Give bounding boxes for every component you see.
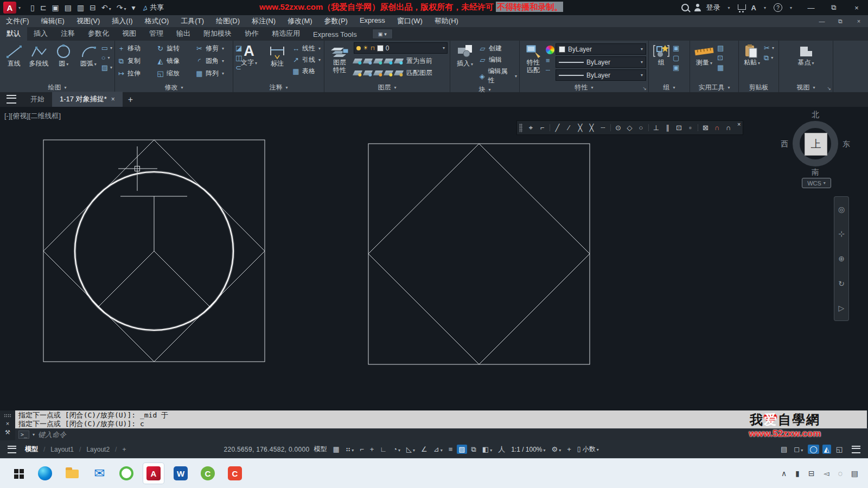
view-cube[interactable]: 上 北 西 东 南 xyxy=(783,111,848,176)
model-space-button[interactable]: 模型 xyxy=(314,445,327,454)
leader-button[interactable]: ↗引线 xyxy=(292,55,321,65)
linear-dim-button[interactable]: ↔线性 xyxy=(292,44,321,53)
ungroup-icon[interactable]: ▣ xyxy=(673,44,679,52)
drawing-tab[interactable]: 1-17 对象捕捉* × xyxy=(52,92,123,107)
close-tab-icon[interactable]: × xyxy=(111,95,115,103)
pan-icon[interactable]: ⊹ xyxy=(838,229,845,238)
autodesk-app-icon[interactable]: A xyxy=(751,4,756,12)
tray-speaker-icon[interactable]: ◅ xyxy=(824,469,829,478)
dynamic-input-icon[interactable]: + xyxy=(368,445,376,454)
layout1-tab[interactable]: Layout1 xyxy=(49,446,75,453)
annotation-scale-button[interactable]: 1:1 / 100% xyxy=(511,446,545,453)
taskbar-mail[interactable]: ✉ xyxy=(89,463,110,484)
copy-button[interactable]: ⧉复制 xyxy=(117,56,156,66)
ribbon-tab[interactable]: Express Tools xyxy=(307,28,363,41)
mirror-button[interactable]: ◭镜像 xyxy=(156,56,195,66)
snap-off-icon[interactable]: ∩ xyxy=(711,124,723,131)
ellipse-tool-icon[interactable]: ○ xyxy=(101,54,112,61)
paste-button[interactable]: 粘贴 xyxy=(741,42,763,82)
ribbon-tab[interactable]: 附加模块 xyxy=(197,27,238,41)
share-button[interactable]: ⊿ 共享 xyxy=(142,3,164,12)
wcs-dropdown[interactable]: WCS▾ xyxy=(802,178,831,188)
osnap-settings-icon[interactable]: ∩ xyxy=(723,124,734,131)
linetype-select[interactable]: ByLayer ▾ xyxy=(556,69,646,81)
modify-panel-footer[interactable]: 修改 xyxy=(115,82,233,92)
text-button[interactable]: A 文字 xyxy=(235,42,263,82)
menu-item[interactable]: 工具(T) xyxy=(175,16,210,26)
show-motion-icon[interactable]: ▷ xyxy=(839,304,845,312)
osnap-tracking-icon[interactable]: ∠ xyxy=(419,445,429,454)
units-button[interactable]: ▯ 小数 xyxy=(577,445,599,454)
windows-start-button[interactable] xyxy=(14,469,18,473)
linetype-list-icon[interactable]: ┄ xyxy=(546,67,554,74)
rotate-button[interactable]: ↻旋转 xyxy=(156,44,195,53)
autodesk-caret-icon[interactable]: ▾ xyxy=(764,5,766,10)
perpendicular-snap-icon[interactable]: ⊥ xyxy=(648,124,662,131)
measure-button[interactable]: 测量 xyxy=(692,42,716,82)
hatch-tool-icon[interactable]: ▨ xyxy=(101,64,112,71)
layer-properties-button[interactable]: 图层 特性 xyxy=(327,42,353,82)
status-menu-icon[interactable] xyxy=(8,446,16,453)
ribbon-tab[interactable]: 默认 xyxy=(0,27,27,41)
new-drawing-tab-button[interactable]: + xyxy=(128,95,133,105)
transparency-icon[interactable]: ▨ xyxy=(457,445,467,454)
layer-tool-icon[interactable] xyxy=(373,70,383,75)
taskbar-explorer[interactable] xyxy=(62,463,82,484)
polar-tracking-icon[interactable]: ◔ xyxy=(391,445,402,454)
edit-attributes-button[interactable]: ◈编辑属性 xyxy=(478,67,517,85)
redo-icon[interactable]: ↷ xyxy=(117,4,126,11)
orbit-icon[interactable]: ↻ xyxy=(838,279,845,288)
menu-item[interactable]: 插入(I) xyxy=(106,16,138,26)
move-button[interactable]: +移动 xyxy=(117,44,156,53)
drawing-canvas[interactable]: [-][俯视][二维线框] xyxy=(0,107,868,410)
ribbon-display-toggle[interactable]: ▣▾ xyxy=(372,29,393,39)
taskbar-green-app[interactable] xyxy=(116,463,137,484)
tray-ime-icon[interactable]: ◌ xyxy=(838,469,842,478)
snap-mode-icon[interactable]: ⠶ xyxy=(344,445,356,454)
fillet-button[interactable]: ◜圆角 xyxy=(195,56,234,66)
menu-item[interactable]: 窗口(W) xyxy=(391,16,429,26)
stretch-button[interactable]: ↦拉伸 xyxy=(117,69,156,78)
clipboard-panel-footer[interactable]: 剪贴板 xyxy=(739,82,778,92)
viewcube-south-label[interactable]: 南 xyxy=(812,168,819,177)
layer-tool-icon[interactable] xyxy=(384,70,393,75)
taskbar-red-c-app[interactable]: C xyxy=(225,463,245,484)
center-snap-icon[interactable]: ⊙ xyxy=(610,124,624,131)
match-properties-button[interactable]: 特性 匹配 xyxy=(522,42,545,82)
make-current-button[interactable]: 置为当前 xyxy=(406,56,432,66)
tray-display-icon[interactable]: ⊟ xyxy=(808,469,815,478)
taskbar-edge[interactable] xyxy=(35,463,55,484)
autocad-logo[interactable]: A xyxy=(3,2,16,14)
viewcube-west-label[interactable]: 西 xyxy=(781,139,788,149)
open-file-icon[interactable]: ⊏ xyxy=(40,4,47,11)
menu-item[interactable]: 编辑(E) xyxy=(35,16,71,26)
ribbon-tab[interactable]: 精选应用 xyxy=(265,27,307,41)
menu-item[interactable]: 绘图(D) xyxy=(210,16,246,26)
ribbon-tab[interactable]: 协作 xyxy=(238,27,265,41)
steering-wheel-icon[interactable]: ◎ xyxy=(838,205,845,214)
new-layout-button[interactable]: + xyxy=(121,446,127,453)
search-icon[interactable] xyxy=(681,4,689,11)
customization-icon[interactable] xyxy=(852,446,860,453)
dynamic-ucs-icon[interactable]: ◧ xyxy=(481,445,494,454)
tray-notifications-icon[interactable]: ▤ xyxy=(851,469,858,478)
nearest-snap-icon[interactable]: ⊠ xyxy=(698,124,711,131)
circle-button[interactable]: 圆 xyxy=(52,42,75,82)
taskbar-autocad[interactable]: A xyxy=(143,463,164,484)
infer-constraints-icon[interactable]: ⌐ xyxy=(358,445,366,454)
clean-screen-icon[interactable]: ◱ xyxy=(834,445,844,454)
layer-tool-icon[interactable] xyxy=(353,59,362,63)
view-launcher-icon[interactable]: ↘ xyxy=(827,86,831,91)
menu-item[interactable]: 文件(F) xyxy=(0,16,35,26)
lineweight-list-icon[interactable]: ≡ xyxy=(546,57,554,64)
copy-clip-icon[interactable]: ⧉ xyxy=(764,54,774,61)
layout2-tab[interactable]: Layout2 xyxy=(85,446,111,453)
start-tab[interactable]: 开始 xyxy=(23,92,52,107)
node-snap-icon[interactable]: ▫ xyxy=(685,124,696,131)
graphics-performance-icon[interactable]: ◭ xyxy=(822,445,831,454)
menu-item[interactable]: 视图(V) xyxy=(71,16,106,26)
block-create-button[interactable]: ▱创建 xyxy=(478,44,517,53)
block-edit-button[interactable]: ▱编辑 xyxy=(478,55,517,65)
toolbar-close-icon[interactable]: × xyxy=(737,121,741,127)
selection-cycling-icon[interactable]: ⧉ xyxy=(470,445,478,454)
